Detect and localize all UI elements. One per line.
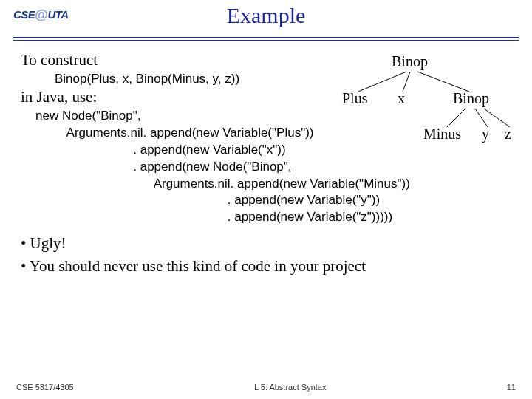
tree-node-binop2: Binop xyxy=(453,90,489,107)
svg-line-0 xyxy=(358,72,406,92)
parse-tree: Binop Plus x Binop Minus y z xyxy=(336,53,517,149)
svg-line-5 xyxy=(484,109,510,127)
title-rule-thick xyxy=(13,37,519,38)
slide-title: Example xyxy=(0,3,532,28)
tree-node-y: y xyxy=(482,126,489,143)
tree-node-root: Binop xyxy=(392,53,428,70)
bullet-list: Ugly! You should never use this kind of … xyxy=(21,233,525,276)
tree-node-z: z xyxy=(505,126,511,143)
title-rule-thin xyxy=(13,40,519,41)
tree-node-x: x xyxy=(398,90,405,107)
svg-line-3 xyxy=(447,109,466,127)
svg-line-1 xyxy=(403,72,410,92)
footer-lecture: L 5: Abstract Syntax xyxy=(254,383,326,392)
tree-node-minus: Minus xyxy=(423,126,461,143)
footer-page: 11 xyxy=(507,383,516,392)
tree-node-plus: Plus xyxy=(342,90,367,107)
svg-line-4 xyxy=(475,109,488,127)
footer: CSE 5317/4305 L 5: Abstract Syntax 11 xyxy=(16,383,516,392)
svg-line-2 xyxy=(417,72,469,92)
bullet-item: You should never use this kind of code i… xyxy=(21,256,525,276)
footer-course: CSE 5317/4305 xyxy=(16,383,74,392)
bullet-item: Ugly! xyxy=(21,233,525,253)
